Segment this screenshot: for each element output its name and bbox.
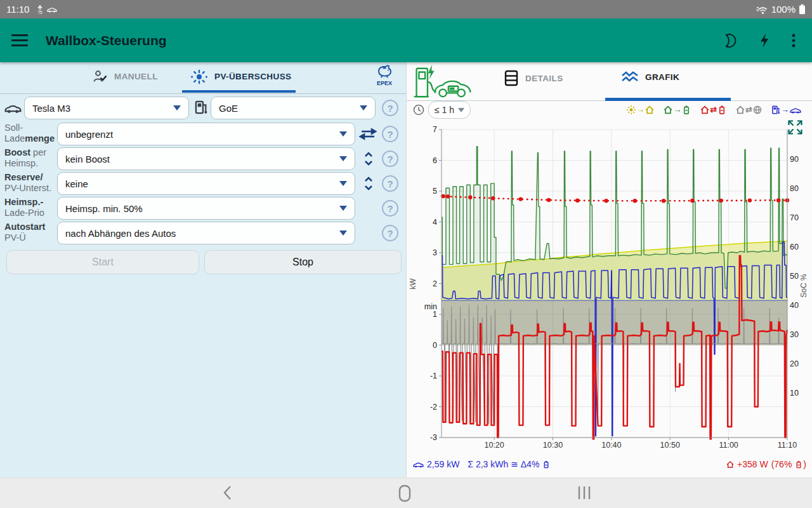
nav-back-button[interactable] [221,485,235,501]
clock-icon [413,104,424,116]
vehicle-charge-status: 2,59 kW Σ 2,3 kWh ≅ Δ4% [413,459,550,469]
tab-pv-ueberschuss[interactable]: PV-ÜBERSCHUSS [190,62,291,91]
menu-icon[interactable] [11,34,28,46]
house-icon [736,105,745,114]
help-button[interactable]: ? [382,175,398,192]
row-label: Reserve/PV-Unterst. [4,172,55,194]
night-mode-icon[interactable] [722,33,737,48]
start-button[interactable]: Start [6,250,199,274]
stop-button[interactable]: Stop [204,250,402,274]
charger-select[interactable]: GoE [211,97,376,119]
swap-icon[interactable] [359,126,377,142]
arrow-icon: → [781,106,789,114]
batt-icon [717,105,726,114]
epex-button[interactable]: EPEX [372,64,397,86]
legend-house-to-battery[interactable]: → [664,105,691,114]
home-battery-status: +358 W (76% ) [726,459,806,469]
car-icon [790,105,801,114]
tab-manuell[interactable]: MANUELL [93,62,158,91]
svg-text:2: 2 [433,279,437,288]
house-icon [664,105,672,114]
soll-lademenge-select[interactable]: unbegrenzt [57,123,355,145]
svg-text:20: 20 [790,359,799,368]
chart-toolbar: ≤ 1 h →→⇄⇄→ [407,102,812,118]
svg-text:min: min [424,302,437,311]
row-label: Soll-Lademenge [4,123,55,144]
svg-text:-3: -3 [430,433,437,442]
sun-icon [627,105,636,114]
help-button[interactable]: ? [382,200,398,217]
battery-icon [542,460,550,469]
ev-charging-logo-icon [412,64,478,100]
nav-recents-button[interactable] [576,485,593,501]
autostart-select[interactable]: nach Abhängen des Autos [57,222,355,244]
android-status-bar: 11:10 75 100% [0,0,812,18]
svg-text:4: 4 [433,218,437,227]
active-tab-underline [605,98,731,101]
fullscreen-icon[interactable] [787,119,803,135]
svg-text:kW: kW [409,278,417,290]
help-button[interactable]: ? [382,150,398,167]
stepper-icon[interactable] [363,175,374,192]
tab-grafik[interactable]: GRAFIK [621,70,679,84]
help-button[interactable]: ? [382,225,398,241]
heimsp-prio-select[interactable]: Heimsp. min. 50% [57,197,355,220]
battery-percent: 100% [771,4,796,15]
svg-text:-1: -1 [430,371,437,380]
svg-text:10:50: 10:50 [660,441,680,450]
boost-select[interactable]: kein Boost [57,147,355,170]
svg-text:11:00: 11:00 [719,441,738,450]
svg-text:11:10: 11:10 [778,441,797,450]
piggy-bank-icon [376,64,393,79]
svg-text:70: 70 [790,213,799,222]
battery-icon [795,460,802,469]
device-select-row: Tesla M3 GoE ? [0,97,406,121]
dropdown-caret-icon [173,105,181,110]
dropdown-caret-icon [339,156,347,161]
legend-pv-to-house[interactable]: → [627,105,654,114]
svg-text:10: 10 [790,389,799,398]
form-row-autostart: AutostartPV-Ü nach Abhängen des Autos ? [0,222,406,244]
help-button[interactable]: ? [382,100,398,116]
stepper-icon[interactable] [363,150,374,167]
vehicle-select[interactable]: Tesla M3 [24,97,189,119]
legend-charger-to-car[interactable]: → [771,105,801,114]
form-row-boost: Boost perHeimsp. kein Boost ? [0,147,406,170]
active-tab-underline [182,90,296,93]
form-row-soll-lademenge: Soll-Lademenge unbegrenzt ? [0,123,406,145]
legend-battery-house[interactable]: ⇄ [700,105,726,114]
svg-text:3: 3 [433,248,437,257]
app-title: Wallbox-Steuerung [46,33,167,48]
form-row-heimsp-prio: Heimsp.-Lade-Prio Heimsp. min. 50% ? [0,197,406,220]
charger-icon [771,105,780,114]
app-bar: Wallbox-Steuerung [0,18,812,62]
svg-text:30: 30 [790,330,799,339]
charge-bolt-icon[interactable] [759,33,770,48]
android-nav-bar [0,478,812,508]
control-panel: MANUELL PV-ÜBERSCHUSS EPEX Tesla M3 GoE … [0,62,406,478]
arrow-icon: → [673,106,681,114]
house-icon [700,105,709,114]
svg-text:10:20: 10:20 [484,441,504,450]
time-range-select[interactable]: ≤ 1 h [428,101,471,119]
dropdown-caret-icon [360,105,367,110]
reserve-select[interactable]: keine [57,172,355,195]
svg-text:0: 0 [433,341,437,350]
manual-person-icon [93,70,108,84]
details-list-icon [504,70,519,86]
arrow-icon: → [636,106,645,114]
house-icon [645,105,654,114]
mode-tabs: MANUELL PV-ÜBERSCHUSS EPEX [0,62,406,94]
wifi-icon [756,4,768,15]
overflow-menu-icon[interactable] [792,33,796,48]
nav-home-button[interactable] [397,485,412,502]
row-label: AutostartPV-Ü [4,222,55,243]
monitor-panel: DETAILS GRAFIK ≤ 1 h →→⇄⇄→ 76543210-1-2-… [406,62,812,478]
tab-details[interactable]: DETAILS [504,70,563,86]
form-row-reserve: Reserve/PV-Unterst. keine ? [0,172,406,195]
chart-legend: →→⇄⇄→ [627,105,806,114]
help-button[interactable]: ? [382,126,398,142]
svg-text:10:30: 10:30 [543,441,563,450]
svg-text:6: 6 [433,156,437,165]
legend-house-grid[interactable]: ⇄ [736,105,762,114]
